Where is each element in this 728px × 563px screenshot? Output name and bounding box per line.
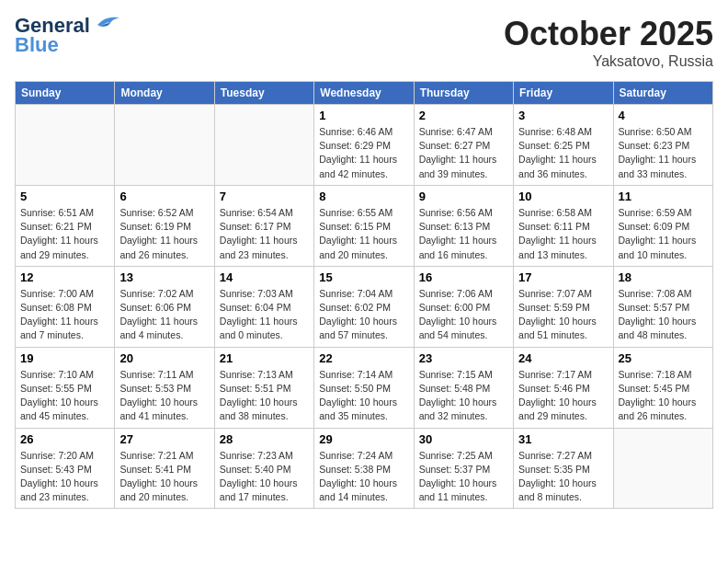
day-number: 18 — [619, 270, 708, 284]
day-info: Sunrise: 7:15 AM Sunset: 5:48 PM Dayligh… — [419, 368, 508, 424]
day-number: 27 — [119, 432, 209, 446]
day-info: Sunrise: 7:06 AM Sunset: 6:00 PM Dayligh… — [419, 287, 508, 343]
calendar-cell: 24Sunrise: 7:17 AM Sunset: 5:46 PM Dayli… — [514, 347, 613, 428]
calendar-cell: 3Sunrise: 6:48 AM Sunset: 6:25 PM Daylig… — [514, 105, 613, 186]
calendar-cell: 15Sunrise: 7:04 AM Sunset: 6:02 PM Dayli… — [314, 266, 414, 347]
day-info: Sunrise: 7:13 AM Sunset: 5:51 PM Dayligh… — [220, 368, 309, 424]
day-number: 28 — [220, 432, 309, 446]
day-info: Sunrise: 7:08 AM Sunset: 5:57 PM Dayligh… — [619, 287, 708, 343]
day-info: Sunrise: 7:07 AM Sunset: 5:59 PM Dayligh… — [518, 287, 608, 343]
day-info: Sunrise: 6:51 AM Sunset: 6:21 PM Dayligh… — [20, 206, 109, 262]
day-number: 13 — [119, 270, 209, 284]
day-number: 19 — [20, 351, 109, 365]
weekday-header: Monday — [115, 82, 214, 105]
day-info: Sunrise: 6:59 AM Sunset: 6:09 PM Dayligh… — [619, 206, 708, 262]
day-info: Sunrise: 7:18 AM Sunset: 5:45 PM Dayligh… — [619, 368, 708, 424]
calendar-cell: 30Sunrise: 7:25 AM Sunset: 5:37 PM Dayli… — [414, 428, 513, 509]
day-info: Sunrise: 6:47 AM Sunset: 6:27 PM Dayligh… — [419, 125, 508, 181]
weekday-header: Wednesday — [314, 82, 414, 105]
day-number: 31 — [518, 432, 608, 446]
calendar-cell: 23Sunrise: 7:15 AM Sunset: 5:48 PM Dayli… — [414, 347, 513, 428]
day-number: 29 — [319, 432, 408, 446]
weekday-header: Sunday — [16, 82, 115, 105]
calendar-cell: 27Sunrise: 7:21 AM Sunset: 5:41 PM Dayli… — [115, 428, 214, 509]
calendar-cell: 25Sunrise: 7:18 AM Sunset: 5:45 PM Dayli… — [613, 347, 712, 428]
day-info: Sunrise: 6:55 AM Sunset: 6:15 PM Dayligh… — [319, 206, 408, 262]
calendar-cell: 4Sunrise: 6:50 AM Sunset: 6:23 PM Daylig… — [613, 105, 712, 186]
day-number: 3 — [518, 109, 608, 122]
day-info: Sunrise: 7:23 AM Sunset: 5:40 PM Dayligh… — [220, 449, 309, 505]
day-number: 14 — [220, 270, 309, 284]
calendar-cell: 10Sunrise: 6:58 AM Sunset: 6:11 PM Dayli… — [514, 185, 613, 266]
day-number: 22 — [319, 351, 408, 365]
location-title: Yaksatovo, Russia — [504, 53, 713, 70]
calendar-week-row: 12Sunrise: 7:00 AM Sunset: 6:08 PM Dayli… — [16, 266, 713, 347]
calendar-table: SundayMondayTuesdayWednesdayThursdayFrid… — [15, 81, 713, 509]
day-number: 6 — [119, 190, 209, 203]
calendar-cell: 18Sunrise: 7:08 AM Sunset: 5:57 PM Dayli… — [613, 266, 712, 347]
page-header: General Blue October 2025 Yaksatovo, Rus… — [15, 15, 713, 70]
logo-blue: Blue — [15, 33, 59, 57]
logo: General Blue — [15, 15, 119, 57]
calendar-cell — [16, 105, 115, 186]
day-number: 7 — [220, 190, 309, 203]
day-info: Sunrise: 6:50 AM Sunset: 6:23 PM Dayligh… — [619, 125, 708, 181]
month-title: October 2025 — [504, 15, 713, 53]
logo-bird-icon — [94, 14, 119, 30]
calendar-cell: 28Sunrise: 7:23 AM Sunset: 5:40 PM Dayli… — [214, 428, 313, 509]
calendar-cell: 16Sunrise: 7:06 AM Sunset: 6:00 PM Dayli… — [414, 266, 513, 347]
weekday-header: Thursday — [414, 82, 513, 105]
day-info: Sunrise: 6:58 AM Sunset: 6:11 PM Dayligh… — [518, 206, 608, 262]
day-info: Sunrise: 6:52 AM Sunset: 6:19 PM Dayligh… — [119, 206, 209, 262]
weekday-header: Tuesday — [214, 82, 313, 105]
day-number: 26 — [20, 432, 109, 446]
calendar-header-row: SundayMondayTuesdayWednesdayThursdayFrid… — [16, 82, 713, 105]
day-number: 23 — [419, 351, 508, 365]
day-number: 25 — [619, 351, 708, 365]
day-number: 2 — [419, 109, 508, 122]
calendar-cell: 2Sunrise: 6:47 AM Sunset: 6:27 PM Daylig… — [414, 105, 513, 186]
calendar-cell: 14Sunrise: 7:03 AM Sunset: 6:04 PM Dayli… — [214, 266, 313, 347]
weekday-header: Saturday — [613, 82, 712, 105]
day-number: 11 — [619, 190, 708, 203]
day-number: 12 — [20, 270, 109, 284]
calendar-cell: 5Sunrise: 6:51 AM Sunset: 6:21 PM Daylig… — [16, 185, 115, 266]
day-number: 15 — [319, 270, 408, 284]
calendar-cell: 6Sunrise: 6:52 AM Sunset: 6:19 PM Daylig… — [115, 185, 214, 266]
day-info: Sunrise: 7:21 AM Sunset: 5:41 PM Dayligh… — [119, 449, 209, 505]
day-info: Sunrise: 7:27 AM Sunset: 5:35 PM Dayligh… — [518, 449, 608, 505]
day-number: 30 — [419, 432, 508, 446]
day-number: 24 — [518, 351, 608, 365]
day-number: 20 — [119, 351, 209, 365]
day-number: 9 — [419, 190, 508, 203]
day-info: Sunrise: 7:14 AM Sunset: 5:50 PM Dayligh… — [319, 368, 408, 424]
day-info: Sunrise: 7:25 AM Sunset: 5:37 PM Dayligh… — [419, 449, 508, 505]
day-info: Sunrise: 7:04 AM Sunset: 6:02 PM Dayligh… — [319, 287, 408, 343]
calendar-cell: 12Sunrise: 7:00 AM Sunset: 6:08 PM Dayli… — [16, 266, 115, 347]
day-info: Sunrise: 7:20 AM Sunset: 5:43 PM Dayligh… — [20, 449, 109, 505]
calendar-week-row: 26Sunrise: 7:20 AM Sunset: 5:43 PM Dayli… — [16, 428, 713, 509]
day-info: Sunrise: 6:54 AM Sunset: 6:17 PM Dayligh… — [220, 206, 309, 262]
day-number: 1 — [319, 109, 408, 122]
calendar-cell: 19Sunrise: 7:10 AM Sunset: 5:55 PM Dayli… — [16, 347, 115, 428]
calendar-cell: 26Sunrise: 7:20 AM Sunset: 5:43 PM Dayli… — [16, 428, 115, 509]
calendar-cell: 8Sunrise: 6:55 AM Sunset: 6:15 PM Daylig… — [314, 185, 414, 266]
calendar-cell: 1Sunrise: 6:46 AM Sunset: 6:29 PM Daylig… — [314, 105, 414, 186]
calendar-week-row: 19Sunrise: 7:10 AM Sunset: 5:55 PM Dayli… — [16, 347, 713, 428]
calendar-cell: 20Sunrise: 7:11 AM Sunset: 5:53 PM Dayli… — [115, 347, 214, 428]
calendar-cell: 9Sunrise: 6:56 AM Sunset: 6:13 PM Daylig… — [414, 185, 513, 266]
day-info: Sunrise: 6:56 AM Sunset: 6:13 PM Dayligh… — [419, 206, 508, 262]
day-number: 21 — [220, 351, 309, 365]
title-block: October 2025 Yaksatovo, Russia — [504, 15, 713, 70]
day-number: 4 — [619, 109, 708, 122]
calendar-cell: 29Sunrise: 7:24 AM Sunset: 5:38 PM Dayli… — [314, 428, 414, 509]
calendar-cell — [115, 105, 214, 186]
weekday-header: Friday — [514, 82, 613, 105]
calendar-cell — [613, 428, 712, 509]
calendar-cell: 7Sunrise: 6:54 AM Sunset: 6:17 PM Daylig… — [214, 185, 313, 266]
day-info: Sunrise: 7:00 AM Sunset: 6:08 PM Dayligh… — [20, 287, 109, 343]
calendar-week-row: 5Sunrise: 6:51 AM Sunset: 6:21 PM Daylig… — [16, 185, 713, 266]
day-info: Sunrise: 6:46 AM Sunset: 6:29 PM Dayligh… — [319, 125, 408, 181]
calendar-cell: 13Sunrise: 7:02 AM Sunset: 6:06 PM Dayli… — [115, 266, 214, 347]
calendar-cell: 31Sunrise: 7:27 AM Sunset: 5:35 PM Dayli… — [514, 428, 613, 509]
